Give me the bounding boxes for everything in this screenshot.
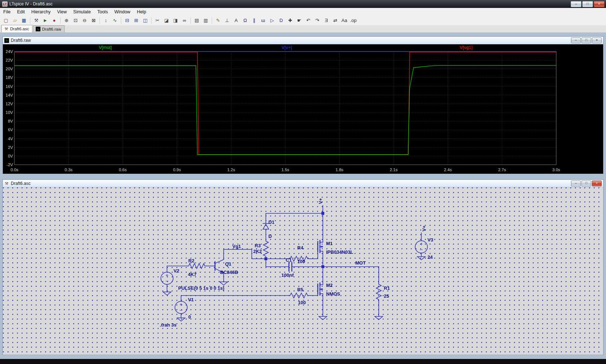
vplus-flag-m1[interactable]: V+ — [318, 198, 323, 204]
svg-text:25[interactable]: 25 — [384, 293, 389, 299]
waveform-plot[interactable]: 24V22V20V18V16V14V12V10V8V6V4V2V0V-2V0.0… — [3, 44, 603, 174]
maximize-button[interactable]: □ — [581, 37, 591, 43]
svg-text:Q1[interactable]: Q1 — [225, 261, 231, 267]
net-label-vg1[interactable]: Vg1 — [232, 244, 241, 249]
halt-simulation-icon[interactable]: ● — [50, 17, 58, 25]
cascade-windows-icon[interactable]: ◫ — [141, 17, 149, 25]
waveform-window-title-bar[interactable]: ∿ Draft6.raw –□× — [3, 37, 603, 44]
minimize-button[interactable]: – — [571, 181, 581, 186]
waveform-plot-area[interactable]: 24V22V20V18V16V14V12V10V8V6V4V2V0V-2V0.0… — [3, 44, 603, 174]
tab-draft6-raw[interactable]: ∿Draft6.raw — [33, 25, 65, 32]
legend-Vmot[interactable]: V[mot] — [99, 45, 112, 50]
svg-text:V3[interactable]: V3 — [427, 237, 433, 243]
tile-vertical-icon[interactable]: ⊞ — [132, 17, 140, 25]
svg-text:2K2[interactable]: 2K2 — [253, 249, 262, 254]
zoom-region-icon[interactable]: ⊡ — [71, 17, 80, 25]
rotate-icon[interactable]: Ǝ — [322, 17, 330, 25]
redo-icon[interactable]: ↷ — [313, 17, 321, 25]
svg-text:R2[interactable]: R2 — [188, 258, 194, 263]
copy-icon[interactable]: ◪ — [162, 17, 171, 25]
resistor-icon[interactable]: Ω — [241, 17, 249, 25]
svg-text:100[interactable]: 100 — [298, 300, 306, 305]
plot-settings-icon[interactable]: ∿ — [111, 17, 119, 25]
x-tick-label: 2.1s — [390, 168, 398, 172]
autorange-y-icon[interactable]: ↕ — [102, 17, 110, 25]
net-label-mot[interactable]: MOT — [355, 260, 366, 266]
menu-edit[interactable]: Edit — [14, 9, 28, 15]
svg-text:M2[interactable]: M2 — [326, 283, 333, 288]
svg-text:100[interactable]: 100 — [297, 259, 305, 264]
svg-text:M1[interactable]: M1 — [326, 241, 333, 246]
menu-file[interactable]: File — [0, 9, 14, 15]
svg-text:C1[interactable]: C1 — [286, 257, 292, 263]
waveform-window[interactable]: ∿ Draft6.raw –□× 24V22V20V18V16V14V12V10… — [2, 36, 604, 174]
svg-text:NMOS[interactable]: NMOS — [326, 291, 340, 297]
paste-icon[interactable]: ◨ — [171, 17, 180, 25]
svg-text:V2[interactable]: V2 — [174, 268, 179, 274]
component-icon[interactable]: D — [277, 17, 285, 25]
spice-directive-icon[interactable]: .op — [349, 17, 357, 25]
run-simulation-icon[interactable]: ► — [41, 17, 49, 25]
save-icon[interactable]: ▦ — [20, 17, 28, 25]
ground-icon[interactable]: ⊥ — [223, 17, 231, 25]
legend-Vvg1[interactable]: V[vg1] — [460, 45, 472, 50]
zoom-out-icon[interactable]: ⊖ — [80, 17, 89, 25]
minimize-button[interactable]: – — [571, 1, 581, 7]
svg-text:R4[interactable]: R4 — [297, 245, 303, 250]
control-panel-icon[interactable]: ⚒ — [32, 17, 40, 25]
minimize-button[interactable]: – — [571, 37, 581, 43]
svg-text:24[interactable]: 24 — [427, 254, 433, 260]
tile-horizontal-icon[interactable]: ⊟ — [123, 17, 131, 25]
spice-directive-text[interactable]: .tran 3s — [160, 322, 176, 328]
svg-text:0[interactable]: 0 — [188, 314, 191, 320]
print-preview-icon[interactable]: ▤ — [193, 17, 201, 25]
svg-text:D[interactable]: D — [268, 234, 272, 239]
maximize-button[interactable]: □ — [581, 181, 591, 186]
svg-text:V1[interactable]: V1 — [188, 297, 194, 302]
menu-view[interactable]: View — [54, 9, 70, 15]
menu-help[interactable]: Help — [133, 9, 149, 15]
close-button[interactable]: × — [592, 37, 602, 43]
menu-tools[interactable]: Tools — [94, 9, 111, 15]
mirror-icon[interactable]: ⇄ — [331, 17, 339, 25]
svg-text:IPB034N03L[interactable]: IPB034N03L — [326, 249, 353, 255]
zoom-in-icon[interactable]: ⊕ — [62, 17, 71, 25]
svg-text:R1[interactable]: R1 — [384, 285, 390, 291]
schematic-window-title-bar[interactable]: ⚒ Draft6.asc –□× — [3, 180, 603, 187]
svg-text:100nf[interactable]: 100nf — [281, 272, 294, 278]
svg-text:D1[interactable]: D1 — [268, 219, 275, 225]
toolbar-separator — [100, 17, 100, 24]
svg-text:R3[interactable]: R3 — [255, 243, 261, 248]
print-icon[interactable]: ▥ — [202, 17, 210, 25]
undo-icon[interactable]: ↶ — [304, 17, 312, 25]
svg-text:4K7[interactable]: 4K7 — [188, 272, 197, 277]
svg-text:R5[interactable]: R5 — [297, 287, 303, 292]
menu-hierarchy[interactable]: Hierarchy — [28, 9, 54, 15]
new-schematic-icon[interactable]: ▢ — [2, 17, 10, 25]
svg-text:BC846B[interactable]: BC846B — [220, 270, 238, 275]
find-icon[interactable]: ∞ — [180, 17, 189, 25]
capacitor-icon[interactable]: ∥ — [250, 17, 258, 25]
net-label-icon[interactable]: A — [232, 17, 240, 25]
close-button[interactable]: × — [592, 181, 602, 186]
inductor-icon[interactable]: ɯ — [259, 17, 267, 25]
zoom-full-extents-icon[interactable]: ⊠ — [89, 17, 98, 25]
diode-icon[interactable]: ▷ — [268, 17, 276, 25]
drag-icon[interactable]: ☛ — [295, 17, 303, 25]
main-title-bar[interactable]: LT LTspice IV - Draft6.asc –□× — [0, 0, 606, 8]
maximize-button[interactable]: □ — [582, 1, 593, 7]
wire-icon[interactable]: ✎ — [214, 17, 222, 25]
menu-window[interactable]: Window — [111, 9, 133, 15]
close-button[interactable]: × — [594, 1, 605, 7]
vplus-flag-v3[interactable]: V+ — [421, 225, 427, 231]
svg-text:PULSE(0 5 1s 0 0 1s)[interactable]: PULSE(0 5 1s 0 0 1s) — [178, 285, 224, 291]
schematic-canvas[interactable]: V+ V+ D1 D — [3, 187, 603, 355]
text-tool-icon[interactable]: Aa — [340, 17, 348, 25]
schematic-window[interactable]: ⚒ Draft6.asc –□× — [2, 179, 604, 355]
tab-draft6-asc[interactable]: ⚒Draft6.asc — [1, 25, 32, 32]
legend-Vv+[interactable]: V[v+] — [282, 45, 292, 50]
open-file-icon[interactable]: ▱ — [11, 17, 19, 25]
menu-simulate[interactable]: Simulate — [70, 9, 94, 15]
cut-icon[interactable]: ✂ — [153, 17, 162, 25]
move-icon[interactable]: ✚ — [286, 17, 294, 25]
